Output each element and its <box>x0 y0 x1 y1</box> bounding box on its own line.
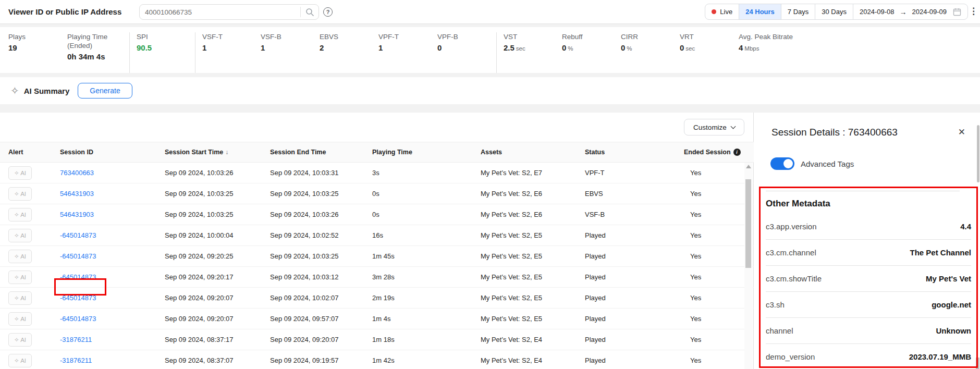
row-ai-button[interactable]: ✧ AI <box>8 229 32 242</box>
metadata-value: The Pet Channel <box>910 248 971 257</box>
metadata-row: c3.cm.channelThe Pet Channel <box>766 240 971 266</box>
session-details-panel: Session Details : 763400663 ✕ Advanced T… <box>754 113 980 369</box>
session-id-link[interactable]: 763400663 <box>60 169 94 177</box>
row-ai-button[interactable]: ✧ AI <box>8 250 32 263</box>
playing-time-cell: 1m 45s <box>364 252 472 260</box>
session-end-time-cell: Sep 09 2024, 10:03:31 <box>262 169 364 177</box>
range-24-hours-button[interactable]: 24 Hours <box>739 4 781 19</box>
scrollbar-up-arrow-icon[interactable] <box>746 165 751 168</box>
help-icon[interactable]: ? <box>323 7 333 17</box>
metadata-value: 4.4 <box>960 222 971 231</box>
table-rows: ✧ AI763400663Sep 09 2024, 10:03:26Sep 09… <box>0 163 754 369</box>
header-alert[interactable]: Alert <box>0 149 52 156</box>
playing-time-cell: 1m 18s <box>364 336 472 343</box>
header-session-end-time[interactable]: Session End Time <box>262 149 364 156</box>
main-content: Customize Alert Session ID Session Start… <box>0 113 980 369</box>
ended-session-cell: Yes <box>675 190 754 198</box>
row-ai-button[interactable]: ✧ AI <box>8 291 32 305</box>
metric-playing-time: Playing Time (Ended)0h 34m 4s <box>67 32 129 73</box>
ended-session-cell: Yes <box>675 336 754 343</box>
metric-ebvs: EBVS2 <box>320 32 378 73</box>
metric-value: 90.5 <box>137 43 195 52</box>
metric-avg-peak-bitrate: Avg. Peak Bitrate4Mbps <box>739 32 798 73</box>
close-icon[interactable]: ✕ <box>958 127 965 138</box>
header-session-start-time[interactable]: Session Start Time↓ <box>156 149 262 156</box>
metric-label: EBVS <box>320 32 374 41</box>
assets-cell: My Pet's Vet: S2, E5 <box>472 231 577 239</box>
metadata-key: c3.app.version <box>766 222 817 231</box>
header-playing-time[interactable]: Playing Time <box>364 149 472 156</box>
metric-label: VSF-B <box>261 32 315 41</box>
session-end-time-cell: Sep 09 2024, 09:20:07 <box>262 336 364 343</box>
viewer-id-input[interactable] <box>140 5 300 19</box>
table-scrollbar-thumb[interactable] <box>745 179 751 268</box>
header-status[interactable]: Status <box>577 149 675 156</box>
range-live-button[interactable]: Live <box>705 4 739 19</box>
session-end-time-cell: Sep 09 2024, 09:57:07 <box>262 315 364 323</box>
assets-cell: My Pet's Vet: S2, E6 <box>472 211 577 218</box>
status-cell: VSF-B <box>577 211 675 218</box>
metadata-key: c3.cm.showTitle <box>766 274 822 283</box>
session-id-link[interactable]: -645014873 <box>60 294 96 302</box>
row-ai-button[interactable]: ✧ AI <box>8 312 32 326</box>
status-cell: EBVS <box>577 190 675 198</box>
row-ai-button[interactable]: ✧ AI <box>8 208 32 222</box>
status-cell: Played <box>577 315 675 323</box>
generate-button[interactable]: Generate <box>78 83 132 99</box>
session-id-link[interactable]: -645014873 <box>60 252 96 260</box>
metric-value: 0% <box>621 43 680 52</box>
search-icon[interactable] <box>301 8 318 17</box>
playing-time-cell: 3m 28s <box>364 273 472 281</box>
date-range-picker[interactable]: 2024-09-08 → 2024-09-09 <box>853 4 967 19</box>
kebab-menu-icon[interactable]: ⋮ <box>969 6 978 17</box>
table-row: ✧ AI546431903Sep 09 2024, 10:03:25Sep 09… <box>0 204 754 225</box>
metric-label: VST <box>504 32 558 41</box>
session-id-link[interactable]: -645014873 <box>60 231 96 239</box>
session-id-link[interactable]: 546431903 <box>60 190 94 198</box>
header-session-id[interactable]: Session ID <box>52 149 156 156</box>
session-end-time-cell: Sep 09 2024, 09:19:57 <box>262 356 364 364</box>
session-end-time-cell: Sep 09 2024, 10:03:12 <box>262 273 364 281</box>
assets-cell: My Pet's Vet: S2, E6 <box>472 190 577 198</box>
ended-session-cell: Yes <box>675 211 754 218</box>
panel-scrollbar-fragment[interactable] <box>976 358 979 369</box>
table-header-row: Alert Session ID Session Start Time↓ Ses… <box>0 142 754 163</box>
row-ai-button[interactable]: ✧ AI <box>8 333 32 347</box>
session-id-link[interactable]: 546431903 <box>60 211 94 218</box>
advanced-tags-toggle[interactable] <box>770 157 794 170</box>
header-ended-session[interactable]: Ended Sessioni <box>675 149 754 156</box>
table-row: ✧ AI-645014873Sep 09 2024, 09:20:07Sep 0… <box>0 309 754 329</box>
table-scrollbar[interactable] <box>744 163 753 369</box>
range-30-days-button[interactable]: 30 Days <box>815 4 853 19</box>
metric-vsf-t: VSF-T1 <box>195 32 261 73</box>
sort-descending-icon[interactable]: ↓ <box>225 149 228 156</box>
date-from[interactable]: 2024-09-08 <box>860 8 895 16</box>
row-ai-button[interactable]: ✧ AI <box>8 354 32 367</box>
metadata-row: channelUnknown <box>766 318 971 344</box>
date-to[interactable]: 2024-09-09 <box>912 8 947 16</box>
row-ai-button[interactable]: ✧ AI <box>8 270 32 284</box>
playing-time-cell: 3s <box>364 169 472 177</box>
session-id-link[interactable]: -31876211 <box>60 336 92 343</box>
metric-cirr: CIRR0% <box>621 32 680 73</box>
time-range-selector: Live 24 Hours 7 Days 30 Days 2024-09-08 … <box>705 4 968 20</box>
playing-time-cell: 2m 19s <box>364 294 472 302</box>
table-row: ✧ AI-645014873Sep 09 2024, 09:20:25Sep 0… <box>0 246 754 267</box>
header-assets[interactable]: Assets <box>472 149 577 156</box>
calendar-icon[interactable] <box>953 8 961 16</box>
info-icon[interactable]: i <box>733 149 741 156</box>
range-7-days-button[interactable]: 7 Days <box>781 4 815 19</box>
session-end-time-cell: Sep 09 2024, 10:03:25 <box>262 190 364 198</box>
metric-value: 0sec <box>680 43 739 52</box>
row-ai-button[interactable]: ✧ AI <box>8 166 32 180</box>
row-ai-button[interactable]: ✧ AI <box>8 187 32 201</box>
session-id-link[interactable]: -645014873 <box>60 315 96 323</box>
metric-value: 0% <box>562 43 621 52</box>
session-id-link[interactable]: -31876211 <box>60 356 92 364</box>
ended-session-cell: Yes <box>675 231 754 239</box>
customize-button[interactable]: Customize <box>684 119 744 136</box>
panel-scrollbar-thumb[interactable] <box>977 125 979 182</box>
session-id-link[interactable]: -645014873 <box>60 273 96 281</box>
ai-summary-bar: ✧ AI Summary Generate <box>0 77 980 104</box>
metric-spi: SPI90.5 <box>129 32 195 73</box>
